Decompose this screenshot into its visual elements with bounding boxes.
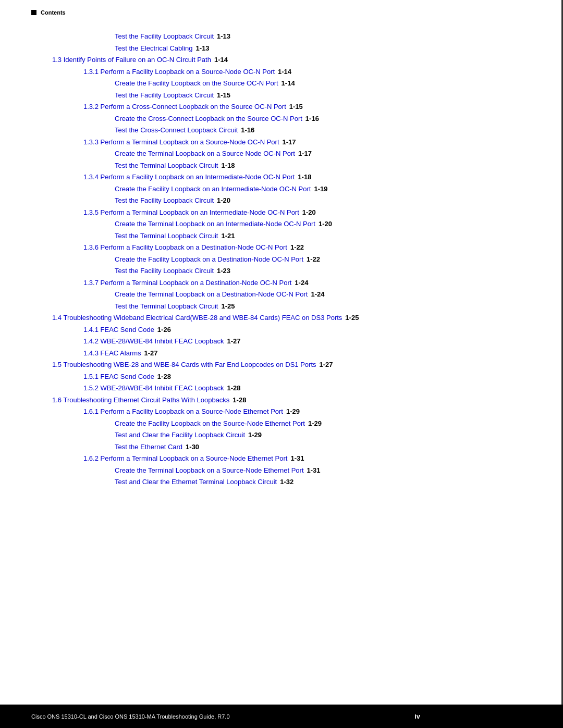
toc-page-number: 1-16: [241, 125, 254, 135]
toc-page-number: 1-29: [308, 418, 322, 429]
toc-page-number: 1-13: [196, 43, 210, 54]
toc-link[interactable]: 1.5.2 WBE-28/WBE-84 Inhibit FEAC Loopbac…: [83, 383, 224, 393]
toc-item: 1.6.1 Perform a Facility Loopback on a S…: [83, 406, 532, 417]
toc-item: Create the Facility Loopback on the Sour…: [115, 418, 532, 429]
toc-link[interactable]: Create the Facility Loopback on the Sour…: [115, 418, 305, 429]
header-label: Contents: [41, 9, 66, 16]
toc-item: 1.5.2 WBE-28/WBE-84 Inhibit FEAC Loopbac…: [83, 383, 532, 393]
toc-item: 1.4.2 WBE-28/WBE-84 Inhibit FEAC Loopbac…: [83, 336, 532, 347]
toc-link[interactable]: Test the Terminal Loopback Circuit: [115, 161, 218, 171]
toc-page-number: 1-23: [217, 266, 230, 276]
toc-item: 1.4 Troubleshooting Wideband Electrical …: [52, 313, 532, 323]
toc-item: 1.3 Identify Points of Failure on an OC-…: [52, 55, 532, 65]
toc-page-number: 1-28: [227, 383, 241, 393]
toc-page-number: 1-32: [280, 477, 293, 487]
toc-link[interactable]: Test the Facility Loopback Circuit: [115, 31, 214, 42]
toc-item: Test and Clear the Facility Loopback Cir…: [115, 430, 532, 440]
toc-page-number: 1-25: [345, 313, 359, 323]
toc-page-number: 1-24: [311, 289, 324, 300]
toc-page-number: 1-30: [186, 442, 199, 452]
toc-page-number: 1-17: [298, 149, 312, 159]
toc-link[interactable]: Create the Terminal Loopback on a Source…: [115, 465, 304, 476]
toc-link[interactable]: Test the Facility Loopback Circuit: [115, 195, 214, 206]
toc-link[interactable]: Test the Cross-Connect Loopback Circuit: [115, 125, 238, 135]
toc-link[interactable]: Test the Terminal Loopback Circuit: [115, 301, 218, 312]
toc-link[interactable]: 1.5.1 FEAC Send Code: [83, 372, 154, 382]
toc-link[interactable]: 1.3.4 Perform a Facility Loopback on an …: [83, 172, 295, 182]
toc-item: 1.6.2 Perform a Terminal Loopback on a S…: [83, 453, 532, 464]
toc-item: 1.6 Troubleshooting Ethernet Circuit Pat…: [52, 395, 532, 405]
toc-page-number: 1-29: [286, 406, 300, 417]
toc-item: Test the Electrical Cabling1-13: [115, 43, 532, 54]
toc-link[interactable]: 1.4 Troubleshooting Wideband Electrical …: [52, 313, 342, 323]
toc-item: Create the Facility Loopback on an Inter…: [115, 184, 532, 194]
toc-page-number: 1-19: [314, 184, 327, 194]
toc-link[interactable]: Create the Facility Loopback on an Inter…: [115, 184, 311, 194]
toc-link[interactable]: 1.6.2 Perform a Terminal Loopback on a S…: [83, 453, 287, 464]
toc-link[interactable]: Test the Ethernet Card: [115, 442, 182, 452]
toc-link[interactable]: 1.6 Troubleshooting Ethernet Circuit Pat…: [52, 395, 229, 405]
toc-link[interactable]: 1.3.2 Perform a Cross-Connect Loopback o…: [83, 102, 286, 112]
toc-page-number: 1-26: [157, 325, 171, 335]
toc-page-number: 1-14: [282, 78, 295, 89]
toc-page-number: 1-13: [217, 31, 230, 42]
toc-item: 1.3.4 Perform a Facility Loopback on an …: [83, 172, 532, 182]
toc-page-number: 1-20: [319, 219, 332, 229]
toc-item: Test the Cross-Connect Loopback Circuit1…: [115, 125, 532, 135]
toc-link[interactable]: Test and Clear the Facility Loopback Cir…: [115, 430, 245, 440]
toc-link[interactable]: 1.4.3 FEAC Alarms: [83, 348, 141, 359]
toc-link[interactable]: Create the Cross-Connect Loopback on the…: [115, 114, 302, 124]
toc-page-number: 1-16: [305, 114, 319, 124]
toc-item: Create the Facility Loopback on a Destin…: [115, 254, 532, 265]
toc-link[interactable]: Create the Facility Loopback on the Sour…: [115, 78, 278, 89]
toc-page-number: 1-22: [307, 254, 320, 265]
toc-item: Test the Facility Loopback Circuit1-23: [115, 266, 532, 276]
toc-link[interactable]: 1.4.2 WBE-28/WBE-84 Inhibit FEAC Loopbac…: [83, 336, 224, 347]
toc-link[interactable]: 1.3.7 Perform a Terminal Loopback on a D…: [83, 278, 291, 288]
toc-item: Create the Facility Loopback on the Sour…: [115, 78, 532, 89]
toc-page-number: 1-15: [289, 102, 303, 112]
toc-item: 1.5.1 FEAC Send Code1-28: [83, 372, 532, 382]
toc-item: 1.3.7 Perform a Terminal Loopback on a D…: [83, 278, 532, 288]
header-square-icon: [31, 10, 36, 15]
toc-page-number: 1-20: [217, 195, 230, 206]
toc-item: 1.3.6 Perform a Facility Loopback on a D…: [83, 242, 532, 253]
toc-page-number: 1-20: [302, 207, 316, 218]
toc-item: Test and Clear the Ethernet Terminal Loo…: [115, 477, 532, 487]
toc-link[interactable]: 1.4.1 FEAC Send Code: [83, 325, 154, 335]
toc-link[interactable]: Test the Facility Loopback Circuit: [115, 90, 214, 101]
toc-item: Test the Facility Loopback Circuit1-20: [115, 195, 532, 206]
toc-link[interactable]: 1.3 Identify Points of Failure on an OC-…: [52, 55, 211, 65]
toc-page-number: 1-22: [290, 242, 304, 253]
toc-link[interactable]: Create the Terminal Loopback on a Destin…: [115, 289, 308, 300]
toc-page-number: 1-17: [283, 137, 296, 147]
footer-description: Cisco ONS 15310-CL and Cisco ONS 15310-M…: [31, 713, 230, 720]
toc-link[interactable]: Test the Facility Loopback Circuit: [115, 266, 214, 276]
toc-page-number: 1-28: [232, 395, 246, 405]
toc-link[interactable]: Test the Electrical Cabling: [115, 43, 193, 54]
toc-item: Create the Terminal Loopback on a Source…: [115, 149, 532, 159]
toc-link[interactable]: 1.5 Troubleshooting WBE-28 and WBE-84 Ca…: [52, 360, 316, 370]
toc-page-number: 1-27: [144, 348, 158, 359]
toc-page-number: 1-21: [221, 231, 235, 241]
toc-item: 1.3.5 Perform a Terminal Loopback on an …: [83, 207, 532, 218]
toc-item: Create the Terminal Loopback on a Source…: [115, 465, 532, 476]
footer-page-number: iv: [414, 712, 420, 720]
toc-page-number: 1-28: [157, 372, 171, 382]
toc-link[interactable]: 1.6.1 Perform a Facility Loopback on a S…: [83, 406, 283, 417]
toc-link[interactable]: 1.3.1 Perform a Facility Loopback on a S…: [83, 67, 275, 77]
toc-link[interactable]: 1.3.5 Perform a Terminal Loopback on an …: [83, 207, 299, 218]
toc-item: Create the Cross-Connect Loopback on the…: [115, 114, 532, 124]
toc-link[interactable]: Create the Terminal Loopback on a Source…: [115, 149, 295, 159]
toc-item: Test the Terminal Loopback Circuit1-18: [115, 161, 532, 171]
toc-item: 1.4.1 FEAC Send Code1-26: [83, 325, 532, 335]
toc-link[interactable]: 1.3.3 Perform a Terminal Loopback on a S…: [83, 137, 279, 147]
toc-item: Test the Facility Loopback Circuit1-13: [115, 31, 532, 42]
toc-link[interactable]: 1.3.6 Perform a Facility Loopback on a D…: [83, 242, 287, 253]
header: Contents: [0, 0, 563, 21]
toc-link[interactable]: Test the Terminal Loopback Circuit: [115, 231, 218, 241]
toc-link[interactable]: Create the Facility Loopback on a Destin…: [115, 254, 303, 265]
toc-link[interactable]: Create the Terminal Loopback on an Inter…: [115, 219, 315, 229]
toc-page-number: 1-29: [248, 430, 262, 440]
toc-link[interactable]: Test and Clear the Ethernet Terminal Loo…: [115, 477, 277, 487]
